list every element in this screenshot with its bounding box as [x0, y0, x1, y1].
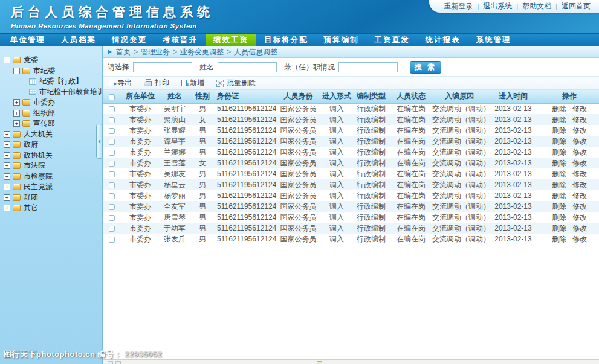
top-link-2[interactable]: 帮助文档	[522, 1, 551, 11]
tree-item-12[interactable]: +民主党派	[0, 182, 102, 193]
nav-item-6[interactable]: 预算编制	[316, 34, 367, 46]
nav-item-7[interactable]: 工资直发	[367, 34, 418, 46]
row-checkbox[interactable]	[109, 161, 115, 167]
delete-link[interactable]: 删除	[552, 137, 566, 145]
breadcrumb-item-1[interactable]: 管理业务	[141, 47, 170, 57]
edit-link[interactable]: 修改	[572, 126, 587, 135]
edit-link[interactable]: 修改	[572, 170, 587, 178]
tree-item-13[interactable]: +群团	[0, 193, 102, 203]
ops-cell: 删除修改	[540, 168, 599, 179]
edit-link[interactable]: 修改	[572, 148, 587, 156]
row-checkbox[interactable]	[109, 182, 115, 188]
row-checkbox[interactable]	[109, 106, 115, 112]
nav-item-8[interactable]: 统计报表	[418, 34, 468, 46]
delete-link[interactable]: 删除	[552, 170, 566, 178]
pagination-fragment	[115, 361, 121, 364]
cell-unit: 市委办	[121, 212, 160, 223]
delete-link[interactable]: 删除	[552, 235, 566, 243]
edit-link[interactable]: 修改	[572, 235, 587, 243]
expand-icon[interactable]: +	[4, 173, 10, 180]
expand-icon[interactable]: +	[4, 162, 10, 169]
delete-link[interactable]: 删除	[552, 126, 566, 135]
job-filter-input[interactable]	[338, 62, 398, 72]
delete-link[interactable]: 删除	[552, 213, 566, 222]
expand-icon[interactable]: +	[4, 194, 10, 201]
expand-icon[interactable]: +	[4, 152, 10, 159]
collapse-icon[interactable]: −	[13, 68, 20, 74]
select-all-checkbox[interactable]	[109, 94, 115, 100]
print-button[interactable]: 打印	[144, 78, 169, 88]
nav-item-3[interactable]: 考核晋升	[155, 34, 206, 46]
edit-link[interactable]: 修改	[572, 224, 587, 232]
column-header-8: 入编原因	[432, 90, 487, 103]
row-checkbox[interactable]	[109, 139, 115, 145]
delete-link[interactable]: 删除	[552, 159, 566, 167]
batch-delete-button[interactable]: ✕ 批量删除	[216, 78, 256, 88]
delete-link[interactable]: 删除	[552, 115, 566, 124]
row-checkbox[interactable]	[109, 150, 115, 156]
tree-item-14[interactable]: +其它	[0, 203, 102, 214]
row-checkbox[interactable]	[109, 226, 115, 232]
tree-item-10[interactable]: +市法院	[0, 161, 102, 171]
nav-item-1[interactable]: 人员档案	[53, 34, 104, 46]
delete-link[interactable]: 删除	[552, 202, 566, 211]
tree-item-4[interactable]: +市委办	[0, 97, 102, 108]
tree-item-6[interactable]: +宣传部	[0, 118, 102, 129]
nav-item-2[interactable]: 情况变更	[104, 34, 155, 46]
expand-icon[interactable]: +	[4, 141, 10, 148]
breadcrumb-item-3[interactable]: 人员信息调整	[234, 47, 277, 57]
top-link-3[interactable]: 返回首页	[562, 1, 591, 11]
row-checkbox[interactable]	[109, 117, 115, 123]
tree-item-8[interactable]: +政府	[0, 139, 102, 150]
tree-item-11[interactable]: +市检察院	[0, 171, 102, 182]
delete-link[interactable]: 删除	[552, 148, 566, 156]
row-checkbox[interactable]	[109, 171, 115, 177]
tree-item-0[interactable]: −党委	[0, 55, 102, 66]
delete-link[interactable]: 删除	[552, 180, 566, 189]
select-filter-input[interactable]	[133, 62, 192, 72]
delete-link[interactable]: 删除	[552, 191, 566, 200]
add-button[interactable]: 新增	[181, 78, 204, 88]
tree-item-1[interactable]: −市纪委	[0, 66, 102, 77]
expand-icon[interactable]: +	[4, 184, 10, 190]
name-filter-input[interactable]	[218, 62, 277, 72]
edit-link[interactable]: 修改	[572, 159, 587, 167]
edit-link[interactable]: 修改	[572, 180, 587, 189]
tree-item-7[interactable]: +人大机关	[0, 129, 102, 140]
tree-item-2[interactable]: 纪委【行政】	[0, 76, 102, 87]
expand-icon[interactable]: +	[13, 120, 20, 127]
edit-link[interactable]: 修改	[572, 137, 587, 145]
delete-link[interactable]: 删除	[552, 104, 566, 113]
row-checkbox[interactable]	[109, 215, 115, 221]
search-button[interactable]: 搜 索	[410, 61, 441, 74]
row-checkbox[interactable]	[109, 204, 115, 210]
breadcrumb-item-2[interactable]: 业务变更调整	[180, 47, 224, 57]
tree-item-5[interactable]: +组织部	[0, 108, 102, 119]
edit-link[interactable]: 修改	[572, 104, 587, 113]
top-link-1[interactable]: 退出系统	[483, 1, 512, 11]
edit-link[interactable]: 修改	[572, 202, 587, 211]
row-checkbox[interactable]	[109, 128, 115, 134]
breadcrumb-item-0[interactable]: 首页	[116, 47, 131, 57]
nav-item-0[interactable]: 单位管理	[2, 34, 53, 46]
nav-item-9[interactable]: 系统管理	[468, 34, 519, 46]
edit-link[interactable]: 修改	[572, 115, 587, 124]
expand-icon[interactable]: +	[13, 110, 20, 117]
tree-item-9[interactable]: +政协机关	[0, 150, 102, 161]
edit-link[interactable]: 修改	[572, 213, 587, 222]
nav-item-4[interactable]: 绩效工资	[206, 34, 256, 46]
expand-icon[interactable]: +	[4, 131, 10, 138]
edit-link[interactable]: 修改	[572, 191, 587, 200]
export-button[interactable]: 导出	[109, 78, 132, 88]
delete-link[interactable]: 删除	[552, 224, 566, 232]
tree-item-3[interactable]: 市纪检干部教育培训中心	[0, 87, 102, 98]
org-icon	[13, 173, 21, 180]
nav-item-5[interactable]: 目标将分配	[256, 34, 316, 46]
expand-icon[interactable]: +	[13, 99, 20, 106]
sidebar-collapse-handle[interactable]: ‹	[96, 124, 103, 159]
row-checkbox[interactable]	[109, 193, 115, 199]
top-link-0[interactable]: 重新登录	[444, 1, 473, 11]
collapse-icon[interactable]: −	[4, 57, 10, 63]
expand-icon[interactable]: +	[4, 205, 10, 211]
row-checkbox[interactable]	[109, 237, 115, 243]
